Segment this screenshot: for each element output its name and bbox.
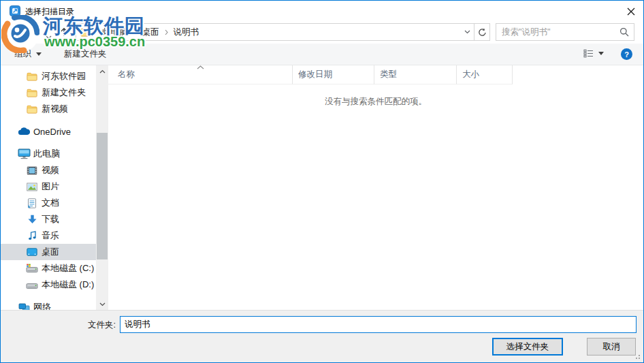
select-scan-directory-dialog: 选择扫描目录 此电脑桌面说明书 (0, 0, 644, 363)
desktop-icon (25, 248, 39, 256)
crumb-chevron-icon (165, 29, 168, 35)
column-header[interactable]: 大小 (457, 65, 513, 84)
column-header[interactable]: 类型 (374, 65, 457, 84)
resize-grip[interactable] (639, 358, 640, 359)
new-folder-label: 新建文件夹 (64, 48, 107, 60)
breadcrumb: 此电脑桌面说明书 (91, 27, 202, 38)
view-mode-button[interactable] (583, 49, 604, 58)
crumb-chevron-icon (93, 29, 97, 35)
sidebar-item-label: 此电脑 (33, 148, 60, 160)
address-row: 此电脑桌面说明书 (1, 21, 643, 44)
sidebar-item-label: 新视频 (42, 103, 68, 115)
select-folder-button[interactable]: 选择文件夹 (492, 338, 563, 356)
sidebar-item[interactable]: 河东软件园 (1, 68, 96, 84)
sidebar-item[interactable]: 本地磁盘 (C:) (1, 260, 96, 277)
command-toolbar: 组织 新建文件夹 ? (1, 44, 643, 65)
sidebar-item[interactable]: 此电脑 (1, 146, 96, 162)
navigation-pane: 河东软件园新建文件夹新视频OneDrive此电脑视频图片文档下载音乐桌面本地磁盘… (1, 65, 96, 310)
sidebar-item-label: 图片 (42, 180, 59, 193)
folder-icon (25, 72, 39, 81)
onedrive-cloud-icon (17, 127, 31, 136)
sidebar-item[interactable]: 视频 (1, 162, 96, 178)
sidebar-scrollbar (96, 65, 108, 310)
column-headers: 名称修改日期类型大小 (108, 65, 643, 84)
sidebar-item-label: 河东软件园 (42, 70, 86, 82)
crumb-chevron-icon (133, 29, 137, 35)
help-button[interactable]: ? (621, 48, 632, 60)
column-header-label: 名称 (118, 69, 135, 80)
sidebar-item[interactable]: 图片 (1, 178, 96, 195)
chevron-down-icon (36, 52, 42, 56)
address-dropdown-icon[interactable] (460, 30, 474, 34)
sidebar-item-label: 网络 (33, 301, 51, 310)
dialog-icon (10, 5, 20, 16)
organize-label: 组织 (14, 48, 31, 60)
folder-icon (25, 89, 39, 97)
drive-c-icon (25, 264, 39, 273)
drive-d-icon (25, 280, 39, 289)
documents-icon (25, 198, 39, 208)
downloads-icon (25, 215, 39, 224)
new-folder-button[interactable]: 新建文件夹 (64, 44, 107, 65)
sidebar-item[interactable]: 桌面 (1, 244, 96, 260)
network-icon (17, 303, 31, 311)
breadcrumb-item[interactable]: 此电脑 (99, 27, 131, 38)
sidebar-item[interactable]: 下载 (1, 211, 96, 227)
sidebar-item[interactable]: 本地磁盘 (D:) (1, 277, 96, 293)
breadcrumb-folder-icon (80, 28, 91, 37)
scroll-up-icon[interactable] (96, 65, 108, 77)
address-bar[interactable]: 此电脑桌面说明书 (76, 23, 490, 41)
pictures-icon (25, 183, 39, 191)
sidebar-item-label: 本地磁盘 (C:) (42, 262, 94, 274)
main-area: 河东软件园新建文件夹新视频OneDrive此电脑视频图片文档下载音乐桌面本地磁盘… (1, 65, 643, 310)
refresh-icon[interactable] (474, 28, 489, 37)
file-list: 名称修改日期类型大小 没有与搜索条件匹配的项。 (108, 65, 643, 310)
scroll-down-icon[interactable] (96, 298, 108, 310)
history-chevron-icon[interactable] (46, 30, 52, 42)
sidebar-item-label: 文档 (42, 197, 59, 209)
column-header-label: 类型 (380, 69, 397, 80)
scrollbar-thumb[interactable] (97, 133, 108, 259)
empty-message: 没有与搜索条件匹配的项。 (108, 96, 643, 108)
cancel-button[interactable]: 取消 (587, 338, 636, 356)
sidebar-item-label: 下载 (42, 213, 59, 225)
sidebar-item[interactable]: OneDrive (1, 123, 96, 140)
sidebar-item-label: 新建文件夹 (42, 86, 86, 99)
window-title: 选择扫描目录 (25, 6, 74, 18)
folder-name-input[interactable] (120, 316, 637, 333)
column-header-label: 大小 (462, 69, 479, 80)
breadcrumb-item[interactable]: 桌面 (139, 27, 163, 38)
back-icon[interactable] (10, 27, 22, 40)
organize-button[interactable]: 组织 (14, 44, 42, 65)
column-header[interactable]: 修改日期 (293, 65, 374, 84)
folder-name-label: 文件夹: (88, 319, 116, 331)
column-header[interactable]: 名称 (108, 65, 293, 84)
search-box (496, 23, 634, 41)
list-view-icon (583, 49, 594, 58)
column-header-label: 修改日期 (298, 69, 332, 80)
sidebar-item[interactable]: 网络 (1, 299, 96, 310)
sidebar-item-label: OneDrive (33, 127, 71, 137)
sidebar-item[interactable]: 新建文件夹 (1, 84, 96, 101)
sidebar-item[interactable]: 文档 (1, 195, 96, 211)
breadcrumb-item[interactable]: 说明书 (170, 27, 203, 38)
music-icon (25, 231, 39, 240)
sidebar-item[interactable]: 新视频 (1, 101, 96, 117)
sort-ascending-icon (197, 65, 204, 69)
sidebar-item-label: 桌面 (42, 246, 59, 258)
sidebar-item-label: 视频 (42, 164, 59, 176)
search-icon (619, 27, 629, 37)
sidebar-item[interactable]: 音乐 (1, 227, 96, 244)
search-input[interactable] (496, 27, 619, 37)
close-icon[interactable] (626, 6, 637, 17)
sidebar-item-label: 音乐 (42, 230, 59, 242)
this-pc-icon (17, 148, 31, 159)
videos-icon (25, 166, 39, 175)
chevron-down-icon (598, 52, 604, 55)
up-icon[interactable] (59, 27, 69, 40)
folder-icon (25, 105, 39, 114)
dialog-footer: 文件夹: 选择文件夹 取消 (1, 310, 643, 362)
sidebar-item-label: 本地磁盘 (D:) (42, 279, 94, 291)
title-bar: 选择扫描目录 (1, 1, 643, 21)
